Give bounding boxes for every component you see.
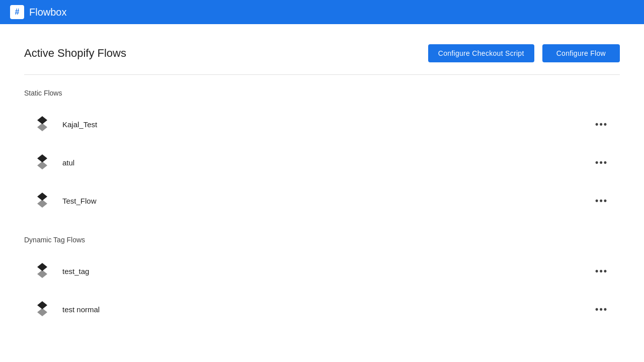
flow-menu-test-flow[interactable]: ••• [591, 194, 612, 208]
svg-marker-8 [37, 301, 47, 309]
svg-marker-6 [37, 263, 47, 271]
header-divider [24, 74, 620, 75]
brand-name: Flowbox [29, 7, 66, 18]
diamond-icon [34, 115, 50, 133]
svg-marker-0 [37, 116, 47, 124]
flow-item-kajal-test[interactable]: Kajal_Test••• [24, 105, 620, 143]
flow-name-test-normal: test normal [62, 305, 591, 314]
flow-menu-test-tag[interactable]: ••• [591, 264, 612, 279]
section-static-flows: Static Flows Kajal_Test••• atul••• [24, 89, 620, 220]
page-header: Active Shopify Flows Configure Checkout … [24, 44, 620, 62]
diamond-icon [34, 262, 50, 280]
flow-icon-kajal-test [32, 114, 52, 134]
diamond-icon [34, 153, 50, 171]
svg-marker-9 [37, 308, 47, 316]
flow-menu-atul[interactable]: ••• [591, 155, 612, 170]
brand-logo-symbol: # [15, 8, 20, 17]
svg-marker-7 [37, 270, 47, 278]
configure-checkout-button[interactable]: Configure Checkout Script [428, 44, 534, 62]
brand-link[interactable]: # Flowbox [10, 5, 66, 19]
section-title-dynamic-tag-flows: Dynamic Tag Flows [24, 236, 620, 244]
sections-container: Static Flows Kajal_Test••• atul••• [24, 89, 620, 328]
flow-name-test-tag: test_tag [62, 267, 591, 276]
section-dynamic-tag-flows: Dynamic Tag Flows test_tag••• test norma… [24, 236, 620, 328]
svg-marker-1 [37, 123, 47, 131]
main-content: Active Shopify Flows Configure Checkout … [0, 24, 644, 362]
flow-icon-test-flow [32, 191, 52, 211]
flow-item-test-normal[interactable]: test normal••• [24, 290, 620, 328]
configure-flow-button[interactable]: Configure Flow [542, 44, 620, 62]
flow-icon-test-tag [32, 261, 52, 281]
flow-icon-atul [32, 152, 52, 172]
diamond-icon [34, 300, 50, 318]
brand-logo: # [10, 5, 24, 19]
diamond-icon [34, 192, 50, 210]
flow-name-test-flow: Test_Flow [62, 197, 591, 205]
flow-name-kajal-test: Kajal_Test [62, 120, 591, 129]
svg-marker-5 [37, 200, 47, 208]
svg-marker-4 [37, 193, 47, 201]
navbar: # Flowbox [0, 0, 644, 24]
flow-item-test-tag[interactable]: test_tag••• [24, 252, 620, 290]
flow-menu-kajal-test[interactable]: ••• [591, 117, 612, 132]
flow-name-atul: atul [62, 158, 591, 167]
flow-icon-test-normal [32, 299, 52, 319]
svg-marker-2 [37, 154, 47, 162]
section-title-static-flows: Static Flows [24, 89, 620, 97]
flow-menu-test-normal[interactable]: ••• [591, 302, 612, 317]
flow-item-test-flow[interactable]: Test_Flow••• [24, 182, 620, 220]
flow-item-atul[interactable]: atul••• [24, 143, 620, 182]
svg-marker-3 [37, 161, 47, 169]
page-title: Active Shopify Flows [24, 47, 126, 60]
header-actions: Configure Checkout Script Configure Flow [428, 44, 620, 62]
